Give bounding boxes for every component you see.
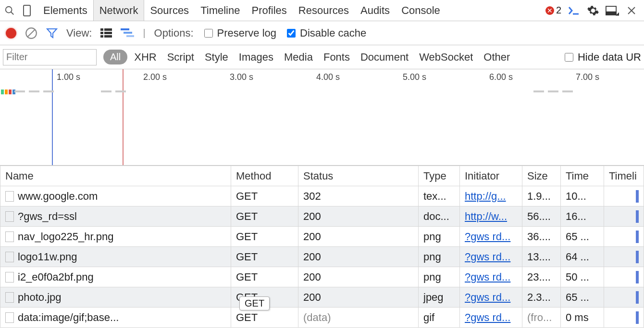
waterfall-view-icon[interactable] (121, 28, 134, 38)
cell: i2_e0f0a2bf.png (0, 267, 231, 287)
cell: data:image/gif;base... (0, 308, 231, 328)
type-filter-fonts[interactable]: Fonts (323, 51, 350, 64)
type-filter-other[interactable]: Other (483, 51, 510, 64)
device-icon[interactable] (20, 4, 34, 17)
file-icon (5, 211, 14, 222)
cell: 50 ... (561, 267, 604, 287)
initiator-link[interactable]: ?gws rd... (465, 251, 510, 263)
settings-gear-icon[interactable] (586, 4, 600, 17)
options-label: Options: (154, 27, 194, 39)
filter-all-pill[interactable]: All (103, 50, 127, 64)
svg-rect-2 (24, 5, 30, 16)
col-time[interactable]: Time (561, 166, 604, 186)
initiator-link[interactable]: ?gws rd... (465, 291, 510, 303)
type-filter-images[interactable]: Images (239, 51, 273, 64)
cell: 16... (561, 206, 604, 227)
table-row[interactable]: photo.jpgGET200jpeg?gws rd...2.3...65 ..… (0, 287, 644, 308)
tab-audits[interactable]: Audits (355, 0, 396, 21)
cell: (data) (298, 308, 419, 328)
initiator-link[interactable]: http://g... (465, 190, 506, 202)
console-prompt-icon[interactable] (567, 4, 581, 17)
dash-marks (101, 90, 126, 92)
svg-marker-11 (47, 29, 57, 38)
tab-sources[interactable]: Sources (144, 0, 195, 21)
col-size[interactable]: Size (522, 166, 561, 186)
record-button[interactable] (6, 28, 16, 39)
col-initiator[interactable]: Initiator (460, 166, 522, 186)
table-row[interactable]: nav_logo225_hr.pngGET200png?gws rd...36.… (0, 227, 644, 247)
cell: logo11w.png (0, 247, 231, 267)
type-filter-media[interactable]: Media (284, 51, 313, 64)
col-name[interactable]: Name (0, 166, 231, 186)
type-filter-websocket[interactable]: WebSocket (419, 51, 473, 64)
preserve-log-checkbox[interactable] (204, 29, 213, 38)
table-row[interactable]: i2_e0f0a2bf.pngGET200png?gws rd...23....… (0, 267, 644, 287)
tab-profiles[interactable]: Profiles (246, 0, 292, 21)
type-filter-xhr[interactable]: XHR (134, 51, 156, 64)
cell[interactable]: ?gws rd... (460, 308, 522, 328)
cell[interactable]: ?gws rd... (460, 227, 522, 247)
cell: 200 (298, 227, 419, 247)
preserve-log-option[interactable]: Preserve log (202, 27, 277, 39)
table-row[interactable]: data:image/gif;base...GET(data)gif?gws r… (0, 308, 644, 328)
clear-icon[interactable] (25, 27, 37, 39)
cell[interactable]: http://g... (460, 186, 522, 206)
table-row[interactable]: logo11w.pngGET200png?gws rd...13....64 .… (0, 247, 644, 267)
timeline-overview[interactable]: 1.00 s2.00 s3.00 s4.00 s5.00 s6.00 s7.00… (0, 69, 644, 166)
waterfall-bar (636, 231, 639, 243)
col-timeli[interactable]: Timeli (604, 166, 644, 186)
list-view-icon[interactable] (100, 28, 112, 38)
tab-resources[interactable]: Resources (293, 0, 355, 21)
filter-toolbar: All XHRScriptStyleImagesMediaFontsDocume… (0, 45, 644, 69)
col-type[interactable]: Type (419, 166, 460, 186)
svg-rect-20 (126, 35, 134, 37)
cell: 64 ... (561, 247, 604, 267)
svg-rect-19 (124, 32, 132, 34)
file-icon (5, 191, 14, 202)
hide-data-urls-checkbox[interactable] (565, 53, 573, 62)
cell: jpeg (419, 287, 460, 308)
timeline-tick: 4.00 s (316, 72, 340, 82)
cell[interactable]: http://w... (460, 206, 522, 227)
disable-cache-option[interactable]: Disable cache (285, 27, 366, 39)
col-status[interactable]: Status (298, 166, 419, 186)
tab-timeline[interactable]: Timeline (195, 0, 246, 21)
requests-table-wrap: NameMethodStatusTypeInitiatorSizeTimeTim… (0, 166, 644, 328)
initiator-link[interactable]: ?gws rd... (465, 231, 510, 243)
type-filter-document[interactable]: Document (360, 51, 409, 64)
panel-tabs: ElementsNetworkSourcesTimelineProfilesRe… (37, 0, 446, 21)
col-method[interactable]: Method (231, 166, 298, 186)
initiator-link[interactable]: ?gws rd... (465, 311, 510, 323)
filter-funnel-icon[interactable] (46, 27, 58, 39)
cell: (fro... (522, 308, 561, 328)
cell[interactable]: ?gws rd... (460, 247, 522, 267)
initiator-link[interactable]: http://w... (465, 210, 507, 222)
close-icon[interactable] (625, 4, 638, 17)
type-filter-script[interactable]: Script (167, 51, 194, 64)
dock-icon[interactable] (606, 4, 619, 17)
tab-console[interactable]: Console (396, 0, 446, 21)
cell: nav_logo225_hr.png (0, 227, 231, 247)
filter-input[interactable] (3, 49, 97, 65)
disable-cache-checkbox[interactable] (287, 29, 296, 38)
disable-cache-label: Disable cache (300, 27, 366, 39)
error-count-badge[interactable]: ✕ 2 (545, 5, 561, 16)
waterfall-bar (636, 251, 639, 263)
timeline-tick: 7.00 s (576, 72, 599, 82)
mini-bars (1, 90, 15, 94)
cell[interactable]: ?gws rd... (460, 287, 522, 308)
cell: doc... (419, 206, 460, 227)
tab-elements[interactable]: Elements (37, 0, 93, 21)
table-row[interactable]: www.google.comGET302tex...http://g...1.9… (0, 186, 644, 206)
tab-network[interactable]: Network (93, 0, 145, 21)
search-icon[interactable] (3, 4, 16, 17)
hide-data-urls-option[interactable]: Hide data UR (563, 51, 641, 64)
table-row[interactable]: ?gws_rd=sslGET200doc...http://w...56....… (0, 206, 644, 227)
timeline-tick: 1.00 s (57, 72, 80, 82)
cell: GET (231, 267, 298, 287)
type-filter-style[interactable]: Style (205, 51, 228, 64)
initiator-link[interactable]: ?gws rd... (465, 271, 510, 283)
cell: www.google.com (0, 186, 231, 206)
error-icon: ✕ (545, 6, 554, 15)
cell[interactable]: ?gws rd... (460, 267, 522, 287)
